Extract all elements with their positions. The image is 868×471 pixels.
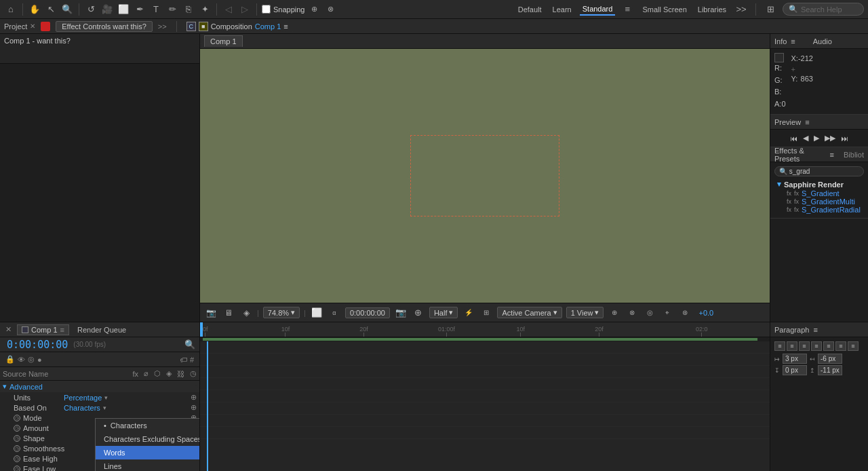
vc-extra-2[interactable]: ⊗	[625, 306, 639, 320]
project-close[interactable]: ✕	[30, 22, 35, 30]
pen-tool[interactable]: ✒	[133, 3, 146, 16]
effect-controls-tab[interactable]: Effect Controls want this?	[56, 21, 153, 32]
space-before-val[interactable]	[783, 365, 807, 375]
tl-clock-icon[interactable]: ◷	[190, 369, 197, 378]
vc-snapshot-icon[interactable]: 📷	[204, 306, 218, 320]
layout-icon[interactable]: ⊞	[764, 3, 777, 16]
workspace-default[interactable]: Default	[515, 4, 545, 15]
render-queue-label[interactable]: Render Queue	[77, 326, 126, 334]
preview-forward[interactable]: ▶▶	[825, 134, 835, 143]
clone-tool[interactable]: ⎘	[182, 3, 195, 16]
motion-tool-1[interactable]: ◁	[222, 3, 235, 16]
camera-btn[interactable]: Active Camera ▾	[497, 307, 561, 318]
amount-anim-icon[interactable]: ◷	[14, 425, 20, 432]
advanced-section-header[interactable]: ▾ Advanced	[0, 381, 199, 392]
tl-lock-icon[interactable]: 🔒	[5, 355, 15, 364]
tl-link-icon[interactable]: ⛓	[177, 370, 184, 378]
tl-solo-icon[interactable]: ◎	[28, 355, 35, 364]
preview-skip-back[interactable]: ⏮	[790, 134, 797, 143]
hand-tool[interactable]: ✋	[28, 3, 41, 16]
space-after-val[interactable]	[818, 365, 842, 375]
vc-extra-3[interactable]: ◎	[643, 306, 656, 320]
workspace-learn[interactable]: Learn	[550, 4, 574, 15]
vc-region-icon[interactable]: ⬜	[310, 306, 323, 320]
work-area-indicator[interactable]	[203, 338, 757, 341]
align-justify-last-left[interactable]: ≡	[835, 341, 846, 351]
comp-timeline-menu[interactable]: ≡	[60, 326, 64, 334]
paint-tool[interactable]: ✏	[165, 3, 179, 16]
align-justify-all[interactable]: ≡	[823, 341, 834, 351]
ease-high-anim-icon[interactable]: ◷	[14, 455, 20, 462]
search-box[interactable]: 🔍 Search Help	[783, 3, 864, 16]
dropdown-words[interactable]: Words	[96, 446, 199, 459]
puppet-tool[interactable]: ✦	[198, 3, 212, 16]
home-icon[interactable]: ⌂	[4, 3, 18, 16]
align-justify[interactable]: ≡	[811, 341, 822, 351]
shape-anim-icon[interactable]: ◷	[14, 435, 20, 442]
align-right[interactable]: ≡	[799, 341, 810, 351]
view-btn[interactable]: 1 View ▾	[566, 307, 604, 318]
smoothness-anim-icon[interactable]: ◷	[14, 445, 20, 452]
sapphire-render-folder[interactable]: ▾ Sapphire Render	[774, 179, 864, 189]
comp-menu-icon[interactable]: ≡	[283, 22, 288, 31]
dropdown-lines[interactable]: Lines	[96, 459, 199, 471]
align-center[interactable]: ≡	[787, 341, 797, 351]
text-tool[interactable]: T	[149, 3, 163, 16]
snap-icon-1[interactable]: ⊕	[308, 3, 321, 16]
zoom-tool[interactable]: 🔍	[60, 3, 74, 16]
vc-extra-1[interactable]: ⊕	[608, 306, 621, 320]
vc-3d-icon[interactable]: ◈	[239, 306, 253, 320]
s-gradient-item[interactable]: fx fx S_Gradient	[774, 189, 864, 197]
tl-eye-icon[interactable]: 👁	[18, 356, 25, 364]
preview-skip-forward[interactable]: ⏭	[841, 134, 848, 143]
vc-camera-icon[interactable]: 📷	[394, 306, 408, 320]
timecode-display[interactable]: 0:00:00:00	[345, 307, 390, 318]
indent-left-val[interactable]	[783, 354, 807, 364]
vc-fast-preview-icon[interactable]: ⚡	[462, 306, 475, 320]
vc-extra-4[interactable]: ⌖	[660, 306, 674, 320]
tl-motion-icon[interactable]: ⌀	[144, 369, 149, 378]
info-menu-icon[interactable]: ≡	[791, 37, 795, 45]
based-on-value[interactable]: Characters	[64, 404, 100, 412]
units-value[interactable]: Percentage	[64, 394, 102, 402]
vc-extra-5[interactable]: ⊛	[678, 306, 692, 320]
comp-timeline-tab[interactable]: Comp 1 ≡	[17, 324, 69, 335]
indent-right-val[interactable]	[818, 354, 842, 364]
vc-grid-icon[interactable]: ⊕	[412, 306, 425, 320]
para-menu-icon[interactable]: ≡	[813, 326, 817, 334]
dropdown-characters-excl[interactable]: Characters Excluding Spaces	[96, 432, 199, 446]
tl-render-icon[interactable]: ●	[37, 356, 42, 364]
workspace-libraries[interactable]: Libraries	[695, 4, 729, 15]
ease-low-anim-icon[interactable]: ◷	[14, 466, 20, 472]
effects-search[interactable]: 🔍 s_grad	[774, 166, 864, 176]
select-tool[interactable]: ↖	[44, 3, 58, 16]
preview-play[interactable]: ▶	[814, 134, 819, 143]
comp-viewport-tab[interactable]: Comp 1	[204, 35, 243, 47]
s-gradient-multi-item[interactable]: fx fx S_GradientMulti	[774, 197, 864, 206]
vc-alpha-icon[interactable]: α	[328, 306, 341, 320]
align-justify-last-right[interactable]: ≡	[848, 341, 859, 351]
align-left[interactable]: ≡	[774, 341, 785, 351]
s-gradient-radial-item[interactable]: fx fx S_GradientRadial	[774, 206, 864, 214]
panel-expand-icon[interactable]: >>	[158, 22, 167, 31]
workspace-menu-icon[interactable]: ≡	[620, 3, 634, 16]
units-dropdown-arrow[interactable]: ▾	[104, 394, 108, 401]
tl-tag-icon[interactable]: 🏷	[180, 356, 187, 364]
close-icon[interactable]: ✕	[5, 325, 12, 334]
workspace-small-screen[interactable]: Small Screen	[639, 4, 689, 15]
camera-orbit-tool[interactable]: 🎥	[100, 3, 114, 16]
workspace-standard[interactable]: Standard	[580, 3, 616, 16]
based-on-options-icon[interactable]: ⊕	[191, 403, 197, 412]
units-options-icon[interactable]: ⊕	[191, 393, 197, 402]
effects-menu-icon[interactable]: ≡	[830, 151, 834, 159]
preview-back[interactable]: ◀	[803, 134, 808, 143]
zoom-level-btn[interactable]: 74.8% ▾	[263, 307, 300, 318]
quality-btn[interactable]: Half ▾	[429, 307, 458, 318]
tl-shapes-icon[interactable]: ⬡	[154, 369, 161, 378]
shape-tool[interactable]: ⬜	[117, 3, 130, 16]
rotate-tool[interactable]: ↺	[84, 3, 98, 16]
based-on-dropdown-arrow[interactable]: ▾	[103, 404, 106, 411]
vc-monitor-icon[interactable]: 🖥	[222, 306, 235, 320]
dropdown-characters[interactable]: Characters	[96, 419, 199, 432]
preview-menu-icon[interactable]: ≡	[805, 118, 809, 126]
